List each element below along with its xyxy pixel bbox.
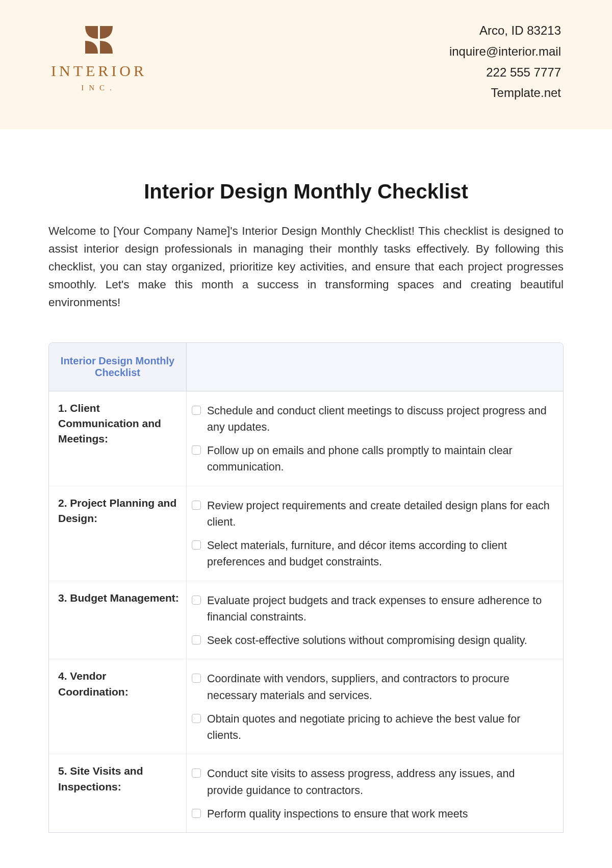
document-body: Interior Design Monthly Checklist Welcom…: [0, 129, 612, 833]
category-cell: 3. Budget Management:: [49, 581, 187, 660]
checklist-item-text: Select materials, furniture, and décor i…: [207, 537, 553, 571]
contact-address: Arco, ID 83213: [449, 20, 561, 41]
checklist-item: Coordinate with vendors, suppliers, and …: [192, 671, 553, 704]
checklist-item-text: Follow up on emails and phone calls prom…: [207, 442, 553, 476]
items-cell: Coordinate with vendors, suppliers, and …: [187, 659, 563, 754]
checkbox[interactable]: [192, 714, 201, 723]
table-row: 4. Vendor Coordination:Coordinate with v…: [49, 659, 563, 754]
checklist-item-text: Obtain quotes and negotiate pricing to a…: [207, 711, 553, 744]
table-row: 1. Client Communication and Meetings:Sch…: [49, 391, 563, 486]
checklist-item: Seek cost-effective solutions without co…: [192, 632, 553, 649]
checkbox[interactable]: [192, 406, 201, 415]
category-cell: 4. Vendor Coordination:: [49, 659, 187, 754]
items-cell: Schedule and conduct client meetings to …: [187, 391, 563, 486]
checkbox[interactable]: [192, 501, 201, 510]
checkbox[interactable]: [192, 540, 201, 550]
category-cell: 2. Project Planning and Design:: [49, 486, 187, 581]
table-row: 5. Site Visits and Inspections:Conduct s…: [49, 754, 563, 832]
contact-phone: 222 555 7777: [449, 62, 561, 83]
table-row: 3. Budget Management:Evaluate project bu…: [49, 581, 563, 660]
page-title: Interior Design Monthly Checklist: [48, 180, 564, 203]
document-header: INTERIOR INC. Arco, ID 83213 inquire@int…: [0, 0, 612, 129]
table-header-left: Interior Design Monthly Checklist: [49, 343, 187, 391]
checklist-item-text: Seek cost-effective solutions without co…: [207, 632, 527, 649]
logo-inc: INC.: [81, 84, 117, 92]
category-cell: 5. Site Visits and Inspections:: [49, 754, 187, 832]
checklist-item: Follow up on emails and phone calls prom…: [192, 442, 553, 476]
checklist-table: Interior Design Monthly Checklist 1. Cli…: [48, 342, 564, 833]
category-cell: 1. Client Communication and Meetings:: [49, 391, 187, 486]
items-cell: Conduct site visits to assess progress, …: [187, 754, 563, 832]
items-cell: Review project requirements and create d…: [187, 486, 563, 581]
contact-site: Template.net: [449, 83, 561, 104]
checklist-item: Obtain quotes and negotiate pricing to a…: [192, 711, 553, 744]
contact-email: inquire@interior.mail: [449, 41, 561, 62]
items-cell: Evaluate project budgets and track expen…: [187, 581, 563, 660]
checklist-item-text: Conduct site visits to assess progress, …: [207, 765, 553, 799]
company-logo: INTERIOR INC.: [51, 20, 147, 92]
checklist-item: Conduct site visits to assess progress, …: [192, 765, 553, 799]
table-row: 2. Project Planning and Design:Review pr…: [49, 486, 563, 581]
checklist-item: Evaluate project budgets and track expen…: [192, 592, 553, 626]
checklist-item: Review project requirements and create d…: [192, 498, 553, 531]
checklist-item: Perform quality inspections to ensure th…: [192, 806, 553, 822]
intro-paragraph: Welcome to [Your Company Name]'s Interio…: [48, 222, 564, 311]
checklist-item: Schedule and conduct client meetings to …: [192, 403, 553, 436]
checkbox[interactable]: [192, 674, 201, 683]
contact-block: Arco, ID 83213 inquire@interior.mail 222…: [449, 20, 561, 104]
checkbox[interactable]: [192, 768, 201, 778]
checklist-item-text: Review project requirements and create d…: [207, 498, 553, 531]
logo-mark-icon: [83, 23, 115, 56]
checklist-item-text: Evaluate project budgets and track expen…: [207, 592, 553, 626]
checkbox[interactable]: [192, 445, 201, 455]
checkbox[interactable]: [192, 596, 201, 605]
checkbox[interactable]: [192, 809, 201, 818]
checklist-item-text: Schedule and conduct client meetings to …: [207, 403, 553, 436]
table-header-right: [187, 343, 563, 391]
checklist-item-text: Perform quality inspections to ensure th…: [207, 806, 468, 822]
checklist-item: Select materials, furniture, and décor i…: [192, 537, 553, 571]
checkbox[interactable]: [192, 635, 201, 644]
logo-word: INTERIOR: [51, 62, 147, 80]
checklist-item-text: Coordinate with vendors, suppliers, and …: [207, 671, 553, 704]
